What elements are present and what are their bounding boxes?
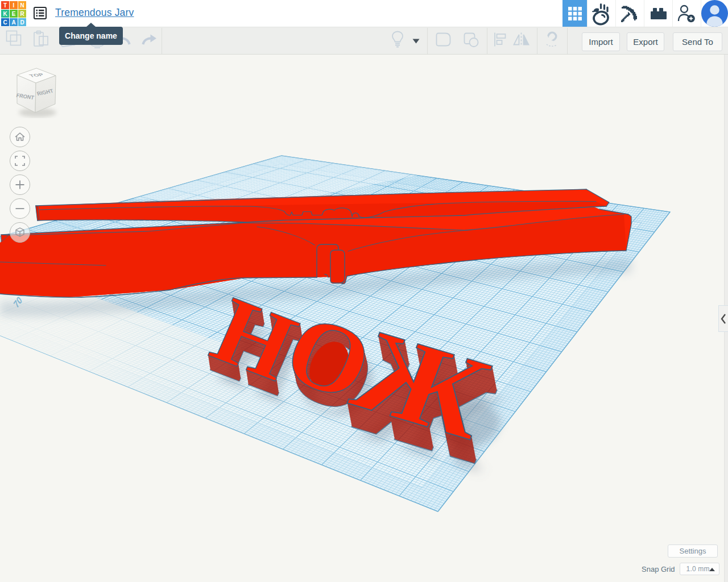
tinkercad-logo[interactable]: TINKERCAD (1, 1, 26, 26)
shape-icon[interactable] (436, 32, 451, 49)
light-dropdown-caret[interactable] (412, 36, 420, 46)
invite-person-button[interactable] (672, 0, 701, 27)
toolbar-separator (487, 28, 487, 54)
zoom-in-button[interactable] (10, 174, 30, 195)
logo-tile: E (10, 10, 18, 18)
magnet-icon[interactable] (544, 31, 561, 51)
3d-viewport[interactable]: 70 (0, 0, 728, 582)
logo-tile: D (18, 18, 26, 26)
simlab-apple-button[interactable] (587, 0, 615, 27)
export-button[interactable]: Export (627, 32, 664, 51)
dashboard-grid-button[interactable] (562, 0, 587, 27)
design-menu-button[interactable] (34, 7, 47, 19)
avatar[interactable] (701, 0, 728, 27)
design-name-link[interactable]: Tremendous Jarv (55, 7, 134, 19)
toolbar-separator (162, 28, 162, 54)
copy-icon[interactable] (6, 30, 24, 51)
toolbar-separator (427, 28, 428, 54)
view-cube[interactable]: TOP FRONT RIGHT (10, 66, 63, 120)
logo-tile: R (18, 10, 26, 18)
perspective-toggle-button[interactable] (10, 222, 30, 243)
logo-tile: K (1, 10, 9, 18)
toolbar-separator (567, 28, 568, 54)
settings-button[interactable]: Settings (668, 544, 718, 558)
fit-view-button[interactable] (10, 151, 30, 171)
zoom-out-button[interactable] (10, 198, 30, 219)
logo-tile: C (1, 18, 9, 26)
dropdown-up-caret (709, 568, 715, 571)
logo-tile: A (10, 18, 18, 26)
brick-button[interactable] (644, 0, 672, 27)
import-button[interactable]: Import (582, 32, 620, 51)
sendto-button[interactable]: Send To (673, 32, 722, 51)
change-name-tooltip: Change name (59, 27, 123, 45)
mirror-icon[interactable] (513, 32, 530, 49)
app-header: TINKERCAD Tremendous Jarv (0, 0, 728, 27)
logo-tile: T (1, 1, 9, 9)
shape-hole-icon[interactable] (464, 32, 479, 49)
minecraft-pickaxe-button[interactable] (615, 0, 644, 27)
logo-tile: I (10, 1, 18, 9)
snap-grid-label: Snap Grid (642, 565, 675, 573)
paste-icon[interactable] (33, 30, 52, 51)
panel-collapse-handle[interactable] (718, 305, 728, 332)
toolbar-separator (537, 28, 537, 54)
redo-icon[interactable] (141, 34, 158, 48)
logo-tile: N (18, 1, 26, 9)
light-icon[interactable] (391, 31, 406, 51)
home-view-button[interactable] (10, 127, 30, 147)
align-icon[interactable] (494, 32, 507, 49)
tinkercad-editor: 70 (0, 0, 728, 582)
snap-grid-dropdown[interactable]: 1.0 mm (680, 563, 719, 575)
